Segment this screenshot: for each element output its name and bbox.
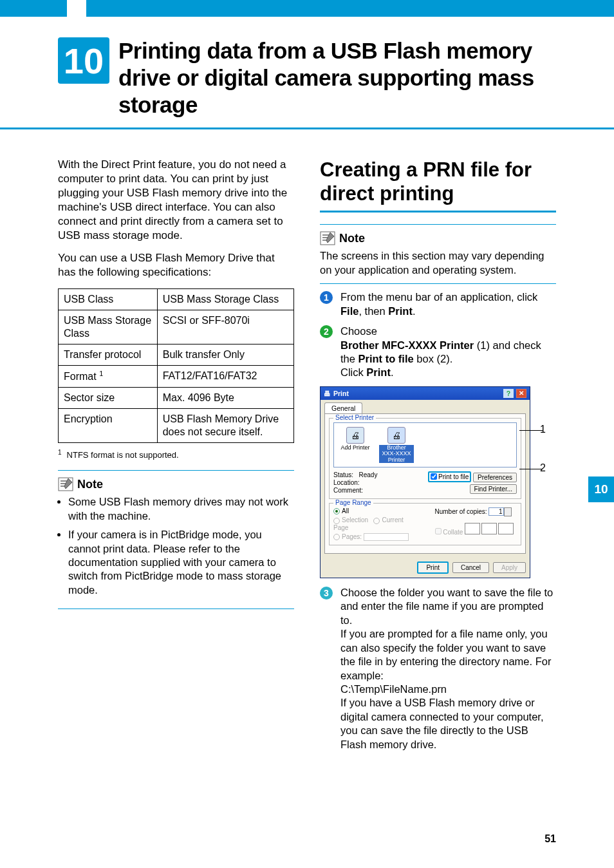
add-printer-icon: 🖨	[346, 427, 364, 444]
tab-general[interactable]: General	[324, 402, 362, 413]
step-number-2: 2	[320, 325, 333, 338]
printer-list[interactable]: 🖨 Add Printer 🖨 Brother XXX-XXXX Printer	[333, 422, 517, 467]
note-icon	[320, 231, 335, 245]
step-number-1: 1	[320, 291, 333, 304]
table-row: Sector size Max. 4096 Byte	[59, 388, 294, 409]
location-label: Location:	[333, 479, 377, 486]
table-row: USB Class USB Mass Storage Class	[59, 288, 294, 310]
note-box-right: Note The screens in this section may var…	[320, 224, 556, 284]
status-value: Ready	[358, 471, 377, 478]
note-label: Note	[339, 232, 365, 245]
step-number-3: 3	[320, 587, 333, 599]
left-column: With the Direct Print feature, you do no…	[58, 158, 294, 758]
header-top-bar	[0, 0, 614, 17]
copies-label: Number of copies:	[435, 508, 487, 515]
intro-para-1: With the Direct Print feature, you do no…	[58, 158, 294, 243]
radio-selection	[333, 518, 340, 524]
note-item: If your camera is in PictBridge mode, yo…	[68, 528, 294, 597]
table-cell: USB Mass Storage Class	[59, 310, 158, 344]
status-label: Status:	[333, 471, 353, 478]
apply-button[interactable]: Apply	[493, 562, 526, 573]
note-body: The screens in this section may vary dep…	[320, 249, 556, 277]
page-range-legend: Page Range	[333, 499, 373, 506]
add-printer-item[interactable]: 🖨 Add Printer	[338, 427, 373, 463]
printer-item-label: Add Printer	[338, 445, 373, 451]
collate-icon	[465, 523, 514, 534]
radio-pages	[333, 534, 340, 540]
dialog-titlebar: 🖶 Print ? ✕	[321, 387, 530, 400]
collate-checkbox	[435, 528, 442, 534]
step-2: 2 Choose Brother MFC-XXXX Printer (1) an…	[320, 325, 556, 380]
radio-all-label: All	[342, 507, 349, 514]
radio-current-page	[373, 518, 380, 524]
table-footnote: 1NTFS format is not supported.	[58, 448, 294, 461]
table-cell: Bulk transfer Only	[157, 344, 293, 365]
table-cell: Max. 4096 Byte	[157, 388, 293, 409]
step-1: 1 From the menu bar of an application, c…	[320, 290, 556, 318]
table-cell: Sector size	[59, 388, 158, 409]
print-button[interactable]: Print	[417, 561, 449, 574]
intro-para-2: You can use a USB Flash Memory Drive tha…	[58, 251, 294, 279]
print-dialog-screenshot: 🖶 Print ? ✕ General Select Printer 🖨	[320, 386, 556, 578]
radio-selection-label: Selection	[342, 516, 368, 524]
dialog-title: Print	[333, 390, 349, 397]
printer-icon: 🖨	[387, 427, 405, 444]
note-box-left: Note Some USB Flash memory drives may no…	[58, 470, 294, 609]
table-row: USB Mass Storage Class SCSI or SFF-8070i	[59, 310, 294, 344]
spinner-buttons[interactable]	[504, 507, 512, 516]
spec-table: USB Class USB Mass Storage Class USB Mas…	[58, 288, 294, 443]
table-row: Format 1 FAT12/FAT16/FAT32	[59, 365, 294, 387]
callout-1: 1	[540, 424, 546, 435]
table-cell: SCSI or SFF-8070i	[157, 310, 293, 344]
step-3: 3 Choose the folder you want to save the…	[320, 586, 556, 751]
table-cell: Transfer protocol	[59, 344, 158, 365]
select-printer-legend: Select Printer	[333, 414, 376, 421]
close-button[interactable]: ✕	[516, 389, 526, 398]
table-cell: USB Flash Memory Drive does not secure i…	[157, 409, 293, 443]
note-icon	[58, 477, 73, 491]
radio-all[interactable]	[333, 508, 340, 514]
section-title: Creating a PRN file for direct printing	[320, 158, 556, 212]
find-printer-button[interactable]: Find Printer...	[470, 484, 517, 494]
cancel-button[interactable]: Cancel	[452, 562, 489, 573]
help-button[interactable]: ?	[503, 389, 514, 398]
note-item: Some USB Flash memory drives may not wor…	[68, 495, 294, 523]
table-cell: Encryption	[59, 409, 158, 443]
table-cell: FAT12/FAT16/FAT32	[157, 365, 293, 387]
table-row: Transfer protocol Bulk transfer Only	[59, 344, 294, 365]
chapter-title: Printing data from a USB Flash memory dr…	[118, 37, 556, 118]
copies-spinner[interactable]: 1	[488, 507, 504, 516]
print-to-file-checkbox[interactable]: Print to file	[428, 471, 471, 482]
note-label: Note	[77, 478, 103, 491]
path-example: C:\Temp\FileName.prn	[340, 683, 447, 695]
table-cell: USB Mass Storage Class	[157, 288, 293, 310]
side-chapter-tab: 10	[588, 476, 614, 502]
chapter-number-badge: 10	[58, 37, 109, 84]
radio-pages-label: Pages:	[342, 533, 362, 540]
printer-glyph-icon: 🖶	[324, 390, 331, 397]
chapter-heading: 10 Printing data from a USB Flash memory…	[0, 37, 614, 129]
collate-label: Collate	[443, 529, 463, 536]
brother-printer-item[interactable]: 🖨 Brother XXX-XXXX Printer	[379, 427, 414, 463]
preferences-button[interactable]: Preferences	[473, 473, 517, 482]
table-row: Encryption USB Flash Memory Drive does n…	[59, 409, 294, 443]
page-number: 51	[544, 833, 556, 845]
printer-item-label: Brother XXX-XXXX Printer	[379, 445, 414, 463]
callout-2: 2	[540, 462, 546, 474]
comment-label: Comment:	[333, 487, 377, 494]
table-cell: USB Class	[59, 288, 158, 310]
table-cell: Format 1	[59, 365, 158, 387]
right-column: Creating a PRN file for direct printing …	[320, 158, 556, 758]
